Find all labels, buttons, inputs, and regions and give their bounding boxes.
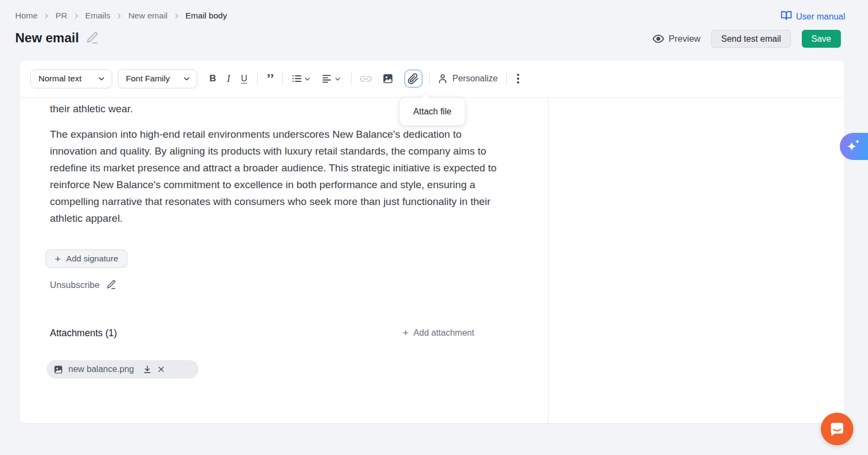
close-icon — [157, 366, 165, 373]
personalize-label: Personalize — [452, 74, 498, 84]
chevron-down-icon — [304, 75, 311, 82]
person-icon — [437, 73, 448, 84]
tooltip-label: Attach file — [413, 107, 451, 117]
list-dropdown-button[interactable] — [291, 73, 311, 84]
edit-unsubscribe-icon[interactable] — [106, 279, 117, 290]
unsubscribe-row: Unsubscribe — [50, 279, 117, 290]
chat-launcher-button[interactable] — [821, 413, 853, 445]
breadcrumb-new-email[interactable]: New email — [128, 11, 167, 21]
chevron-right-icon — [43, 12, 50, 20]
breadcrumb: Home PR Emails New email Email body — [15, 11, 227, 21]
image-icon — [382, 73, 393, 84]
attachment-chip: new balance.png — [47, 360, 199, 379]
edit-title-icon[interactable] — [85, 31, 99, 45]
underline-button[interactable]: U — [241, 74, 247, 84]
attach-file-button[interactable] — [404, 69, 423, 88]
italic-button[interactable]: I — [227, 73, 230, 85]
toolbar-divider — [351, 72, 352, 85]
email-body-paragraph: The expansion into high-end retail envir… — [50, 126, 506, 227]
toolbar-divider — [282, 72, 283, 85]
more-options-button[interactable] — [514, 72, 522, 86]
chevron-right-icon — [116, 12, 123, 20]
remove-attachment-button[interactable] — [157, 366, 165, 373]
editor-toolbar: Normal text Font Family B I U ” — [20, 60, 845, 98]
breadcrumb-pr[interactable]: PR — [55, 11, 67, 21]
chevron-right-icon — [173, 12, 180, 20]
sparkles-icon — [845, 137, 863, 156]
user-manual-label: User manual — [796, 12, 845, 22]
link-icon — [360, 73, 372, 85]
font-family-value: Font Family — [126, 74, 170, 84]
image-file-icon — [54, 365, 63, 374]
attach-file-tooltip: Attach file — [400, 98, 465, 125]
pane-divider — [548, 98, 548, 423]
breadcrumb-current: Email body — [186, 11, 227, 21]
eye-icon — [653, 33, 664, 44]
chat-bubble-icon — [829, 421, 845, 437]
font-family-dropdown[interactable]: Font Family — [118, 69, 197, 88]
add-signature-label: Add signature — [66, 254, 118, 264]
insert-link-button[interactable] — [360, 73, 372, 85]
toolbar-divider — [429, 72, 430, 85]
preview-label: Preview — [669, 34, 701, 44]
plus-icon: + — [403, 328, 409, 338]
toolbar-divider — [257, 72, 258, 85]
chevron-down-icon — [334, 75, 341, 82]
chevron-down-icon — [183, 75, 190, 82]
bullet-list-icon — [291, 73, 302, 84]
book-icon — [781, 10, 792, 23]
chevron-right-icon — [73, 12, 80, 20]
preview-button[interactable]: Preview — [653, 33, 701, 44]
user-manual-link[interactable]: User manual — [781, 10, 845, 23]
align-left-icon — [322, 73, 333, 84]
attachment-filename: new balance.png — [68, 364, 134, 374]
download-attachment-button[interactable] — [143, 365, 152, 374]
save-button[interactable]: Save — [802, 30, 841, 48]
blockquote-button[interactable]: ” — [266, 74, 273, 83]
send-test-email-button[interactable]: Send test email — [711, 30, 790, 48]
breadcrumb-emails[interactable]: Emails — [85, 11, 111, 21]
align-dropdown-button[interactable] — [322, 73, 341, 84]
toolbar-divider — [506, 72, 507, 85]
download-icon — [143, 365, 152, 374]
text-style-dropdown[interactable]: Normal text — [30, 69, 112, 88]
text-style-value: Normal text — [39, 74, 81, 84]
page-title: New email — [15, 30, 79, 46]
add-attachment-label: Add attachment — [413, 328, 474, 338]
paperclip-icon — [407, 73, 419, 85]
attachments-heading: Attachments (1) — [50, 328, 117, 339]
chevron-down-icon — [98, 75, 105, 82]
unsubscribe-label: Unsubscribe — [50, 280, 100, 290]
bold-button[interactable]: B — [209, 73, 216, 84]
plus-icon: + — [55, 254, 61, 264]
insert-image-button[interactable] — [382, 73, 393, 84]
add-attachment-button[interactable]: + Add attachment — [403, 328, 474, 338]
add-signature-button[interactable]: + Add signature — [46, 249, 127, 268]
breadcrumb-home[interactable]: Home — [15, 11, 37, 21]
personalize-button[interactable]: Personalize — [437, 73, 498, 84]
ai-assistant-button[interactable] — [840, 133, 868, 160]
